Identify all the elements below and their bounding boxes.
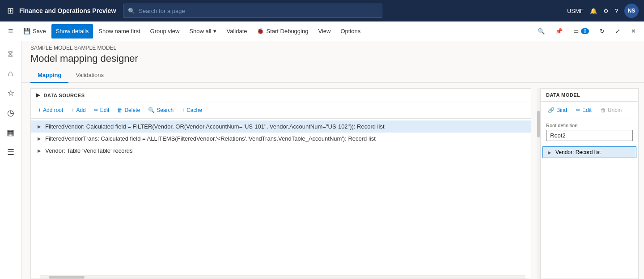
- sidebar-item-recent[interactable]: ◷: [2, 104, 20, 122]
- content-area: ▶ DATA SOURCES + Add root + Add ✏ Edit: [21, 83, 644, 279]
- chevron-down-icon: ▾: [213, 28, 216, 34]
- dm-edit-button[interactable]: ✏ Edit: [572, 104, 595, 116]
- scrollbar-thumb: [49, 276, 85, 279]
- show-all-button[interactable]: Show all ▾: [185, 24, 221, 39]
- delete-button[interactable]: 🗑 Delete: [114, 104, 144, 116]
- layout-icon: ▭: [573, 28, 579, 34]
- top-nav-bar: ⊞ Finance and Operations Preview 🔍 USMF …: [0, 0, 644, 21]
- data-sources-panel: ▶ DATA SOURCES + Add root + Add ✏ Edit: [30, 88, 531, 279]
- data-model-panel: DATA MODEL 🔗 Bind ✏ Edit 🗑 Unbin: [540, 88, 639, 279]
- star-icon: ☆: [7, 88, 14, 98]
- chevron-right-icon: ▶: [36, 148, 42, 153]
- hamburger-icon: ☰: [8, 28, 13, 34]
- hamburger-button[interactable]: ☰: [4, 24, 18, 39]
- list-icon: ☰: [7, 147, 14, 157]
- chevron-right-icon: ▶: [547, 150, 553, 155]
- root-definition-value: Root2: [546, 130, 633, 141]
- help-icon[interactable]: ?: [615, 8, 618, 14]
- cache-icon: +: [182, 107, 185, 113]
- org-label: USMF: [567, 8, 584, 14]
- scrollbar-thumb: [537, 111, 540, 137]
- notification-icon[interactable]: 🔔: [590, 8, 597, 14]
- save-icon: 💾: [23, 28, 30, 34]
- link-icon: 🔗: [548, 107, 555, 113]
- tab-validations[interactable]: Validations: [68, 68, 111, 83]
- settings-icon[interactable]: ⚙: [603, 8, 609, 14]
- edit-button[interactable]: ✏ Edit: [90, 104, 113, 116]
- chevron-right-icon: ▶: [36, 124, 42, 129]
- notification-badge: 0: [581, 28, 589, 34]
- app-title: Finance and Operations Preview: [19, 7, 116, 14]
- sidebar-item-filter[interactable]: ⧖: [2, 45, 20, 63]
- search-icon: 🔍: [148, 107, 155, 113]
- data-model-header: DATA MODEL: [541, 89, 638, 102]
- main-layout: ⧖ ⌂ ☆ ◷ ▦ ☰ SAMPLE MODEL SAMPLE MODEL Mo…: [0, 41, 644, 279]
- search-toggle-button[interactable]: 🔍: [533, 24, 549, 39]
- search-button[interactable]: 🔍 Search: [144, 104, 177, 116]
- edit-icon: ✏: [94, 107, 98, 113]
- add-icon: +: [71, 107, 74, 113]
- nav-right-area: USMF 🔔 ⚙ ? NS: [567, 4, 639, 18]
- main-content: SAMPLE MODEL SAMPLE MODEL Model mapping …: [21, 41, 644, 279]
- search-icon: 🔍: [128, 8, 135, 14]
- global-search[interactable]: 🔍: [123, 4, 382, 18]
- show-name-first-button[interactable]: Show name first: [94, 24, 144, 39]
- add-button[interactable]: + Add: [68, 104, 89, 116]
- show-details-button[interactable]: Show details: [51, 24, 93, 39]
- start-debugging-button[interactable]: 🐞 Start Debugging: [252, 24, 313, 39]
- grid-nav-icon[interactable]: ⊞: [5, 4, 16, 17]
- add-root-button[interactable]: + Add root: [34, 104, 67, 116]
- edit-icon: ✏: [576, 107, 580, 113]
- delete-icon: 🗑: [117, 107, 123, 113]
- collapse-toggle[interactable]: ▶: [36, 92, 40, 98]
- layout-button[interactable]: ▭ 0: [569, 24, 593, 39]
- group-view-button[interactable]: Group view: [146, 24, 184, 39]
- sidebar-item-home[interactable]: ⌂: [2, 64, 20, 82]
- view-button[interactable]: View: [314, 24, 335, 39]
- breadcrumb: SAMPLE MODEL SAMPLE MODEL: [21, 41, 644, 52]
- data-sources-header: ▶ DATA SOURCES: [31, 89, 531, 102]
- sidebar-item-list[interactable]: ☰: [2, 143, 20, 161]
- list-item[interactable]: ▶ Vendor: Table 'VendTable' records: [31, 145, 531, 157]
- list-item[interactable]: ▶ FilteredVendorTrans: Calculated field …: [31, 133, 531, 145]
- horizontal-scrollbar[interactable]: [40, 275, 525, 279]
- chevron-right-icon: ▶: [36, 136, 42, 141]
- clock-icon: ◷: [7, 108, 14, 118]
- root-definition-section: Root definition Root2: [541, 119, 638, 145]
- unbin-icon: 🗑: [601, 107, 606, 113]
- tab-mapping[interactable]: Mapping: [30, 68, 68, 83]
- cache-button[interactable]: + Cache: [178, 104, 206, 116]
- workspaces-icon: ▦: [7, 128, 14, 137]
- sidebar: ⧖ ⌂ ☆ ◷ ▦ ☰: [0, 41, 21, 279]
- filter-icon: ⧖: [8, 49, 13, 59]
- page-title: Model mapping designer: [21, 52, 644, 68]
- unbin-button[interactable]: 🗑 Unbin: [597, 104, 625, 116]
- validate-button[interactable]: Validate: [222, 24, 251, 39]
- options-button[interactable]: Options: [336, 24, 365, 39]
- home-icon: ⌂: [8, 69, 13, 78]
- cmd-right-actions: 🔍 📌 ▭ 0 ↻ ⤢ ✕: [533, 24, 640, 39]
- popout-button[interactable]: ⤢: [611, 24, 625, 39]
- vertical-scrollbar[interactable]: [537, 88, 540, 279]
- dm-list-item[interactable]: ▶ Vendor: Record list: [542, 146, 636, 158]
- avatar[interactable]: NS: [624, 4, 639, 18]
- close-button[interactable]: ✕: [627, 24, 640, 39]
- data-sources-list: ▶ FilteredVendor: Calculated field = FIL…: [31, 119, 531, 275]
- debug-icon: 🐞: [257, 28, 264, 34]
- bind-button[interactable]: 🔗 Bind: [544, 104, 571, 116]
- data-model-actions: 🔗 Bind ✏ Edit 🗑 Unbin: [541, 102, 638, 119]
- sidebar-item-favorites[interactable]: ☆: [2, 84, 20, 102]
- list-item[interactable]: ▶ FilteredVendor: Calculated field = FIL…: [31, 120, 531, 133]
- plus-icon: +: [38, 107, 41, 113]
- data-sources-toolbar: + Add root + Add ✏ Edit 🗑 Delete: [31, 102, 531, 119]
- sidebar-item-workspaces[interactable]: ▦: [2, 124, 20, 142]
- search-input[interactable]: [139, 8, 377, 14]
- pin-button[interactable]: 📌: [551, 24, 567, 39]
- data-model-list: ▶ Vendor: Record list: [541, 145, 638, 279]
- save-button[interactable]: 💾 Save: [19, 24, 51, 39]
- refresh-button[interactable]: ↻: [595, 24, 609, 39]
- tab-bar: Mapping Validations: [21, 68, 644, 83]
- command-bar: ☰ 💾 Save Show details Show name first Gr…: [0, 21, 644, 41]
- root-definition-label: Root definition: [546, 123, 633, 128]
